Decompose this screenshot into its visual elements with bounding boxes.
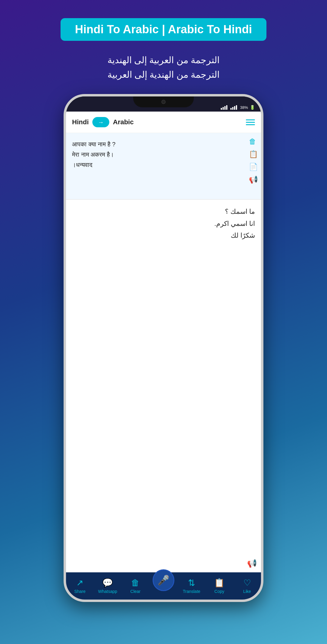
menu-line-1 <box>246 119 255 120</box>
input-line-2: मेरा नाम अकरम है। <box>72 149 243 160</box>
app-title-box: Hindi To Arabic | Arabic To Hindi <box>61 18 267 41</box>
clear-label: Clear <box>130 589 140 594</box>
power-button[interactable] <box>262 166 263 190</box>
input-text: आपका क्या नाम है ? मेरा नाम अकरम है। ।धन… <box>72 139 243 170</box>
share-nav-item[interactable]: ↗ Share <box>69 578 91 594</box>
output-line-1: ما اسمك ؟ <box>72 206 255 218</box>
input-line-3: ।धन्यवाद <box>72 160 243 170</box>
translate-nav-item[interactable]: ⇅ Translate <box>181 578 202 594</box>
input-line-1: आपका क्या नाम है ? <box>72 139 243 149</box>
signal-icon-2 <box>230 105 237 110</box>
arrow-icon: → <box>98 119 104 126</box>
menu-line-3 <box>246 124 255 125</box>
subtitle-line-1: الترجمة من العربية إلى الهندية <box>107 53 220 67</box>
speaker-input-icon[interactable]: 📢 <box>249 175 258 184</box>
target-lang-label: Arabic <box>113 118 134 126</box>
status-right: 38% 🔋 <box>221 105 255 110</box>
battery-text: 38% <box>240 105 248 110</box>
signal-icon <box>221 105 227 110</box>
copy-icon: 📋 <box>214 578 225 588</box>
input-section[interactable]: आपका क्या नाम है ? मेरा नाम अकरम है। ।धन… <box>66 133 261 200</box>
mic-icon: 🎤 <box>157 574 170 586</box>
menu-line-2 <box>246 122 255 123</box>
notch-camera <box>161 100 166 104</box>
battery-icon: 🔋 <box>250 105 255 110</box>
share-icon: ↗ <box>76 578 83 588</box>
mic-button[interactable]: 🎤 <box>153 569 174 591</box>
notch <box>133 96 194 107</box>
like-nav-item[interactable]: ♡ Like <box>236 578 258 594</box>
whatsapp-icon: 💬 <box>102 578 113 588</box>
whatsapp-nav-item[interactable]: 💬 Whatsapp <box>97 578 118 594</box>
arrow-button[interactable]: → <box>92 117 109 127</box>
output-line-2: انا اسمي اكرم. <box>72 218 255 230</box>
volume-up-button[interactable] <box>64 157 65 175</box>
copy-label: Copy <box>214 589 224 594</box>
share-label: Share <box>74 589 85 594</box>
app-header: Hindi → Arabic <box>66 112 261 133</box>
copy-input-icon[interactable]: 📄 <box>249 163 258 171</box>
delete-icon[interactable]: 🗑 <box>249 137 258 146</box>
translate-icon: ⇅ <box>188 578 195 588</box>
subtitle-area: الترجمة من العربية إلى الهندية الترجمة م… <box>107 53 220 82</box>
clear-icon: 🗑 <box>131 578 140 588</box>
mic-nav-item[interactable]: 🎤 <box>153 575 174 597</box>
copy-nav-item[interactable]: 📋 Copy <box>209 578 230 594</box>
output-text: ما اسمك ؟ انا اسمي اكرم. شكرًا لك <box>72 206 255 242</box>
paste-icon[interactable]: 📋 <box>249 150 258 158</box>
input-icons: 🗑 📋 📄 📢 <box>249 137 258 184</box>
whatsapp-label: Whatsapp <box>98 589 117 594</box>
output-section: ما اسمك ؟ انا اسمي اكرم. شكرًا لك 📢 <box>66 200 261 572</box>
lang-switcher: Hindi → Arabic <box>72 117 134 127</box>
output-speaker-icon[interactable]: 📢 <box>247 559 257 568</box>
bottom-nav: ↗ Share 💬 Whatsapp 🗑 Clear 🎤 ⇅ Translate <box>66 572 261 600</box>
subtitle-line-2: الترجمة من الهندية إلى العربية <box>107 67 220 82</box>
like-label: Like <box>243 589 251 594</box>
output-line-3: شكرًا لك <box>72 229 255 242</box>
phone-frame: 38% 🔋 Hindi → Arabic आपक <box>64 94 263 602</box>
source-lang-label: Hindi <box>72 118 89 126</box>
volume-down-button[interactable] <box>64 181 65 199</box>
phone-screen: Hindi → Arabic आपका क्या नाम है ? मेरा न… <box>66 112 261 600</box>
clear-nav-item[interactable]: 🗑 Clear <box>125 578 146 594</box>
menu-button[interactable] <box>246 119 255 125</box>
translate-label: Translate <box>183 589 200 594</box>
like-icon: ♡ <box>243 578 251 588</box>
app-title: Hindi To Arabic | Arabic To Hindi <box>75 23 252 36</box>
